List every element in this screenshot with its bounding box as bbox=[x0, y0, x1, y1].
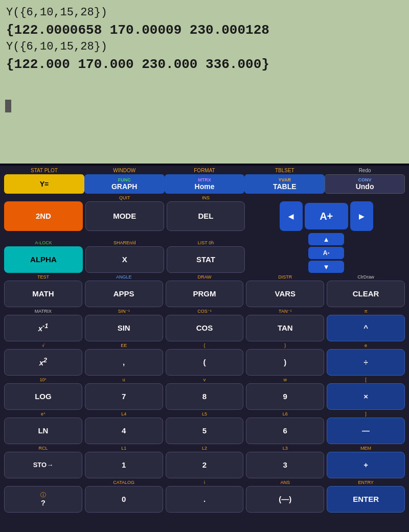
catalog-label: CATALOG bbox=[113, 480, 134, 486]
comma-wrap: EE , bbox=[85, 343, 163, 376]
mode-button[interactable]: MODE bbox=[85, 201, 164, 231]
stat-label: STAT bbox=[196, 256, 215, 264]
a-minus-button[interactable]: A- bbox=[308, 247, 344, 259]
x-button[interactable]: X bbox=[85, 246, 164, 273]
dot-button[interactable]: . bbox=[166, 486, 244, 513]
nav-down-button[interactable]: ▼ bbox=[308, 261, 344, 273]
del-button[interactable]: DEL bbox=[167, 201, 245, 231]
one-button[interactable]: 1 bbox=[85, 452, 163, 478]
test-label: TEST bbox=[37, 275, 49, 281]
display-line1: Y({6,10,15,28}) bbox=[6, 5, 403, 21]
key-row-1: 2ND QUIT MODE INS DEL ◀ bbox=[4, 196, 405, 231]
rparen-button[interactable]: ) bbox=[246, 349, 324, 376]
tan-wrap: TAN⁻¹ TAN bbox=[246, 309, 324, 341]
nav-left-button[interactable]: ◀ bbox=[280, 201, 303, 231]
ex-label: eˣ bbox=[41, 412, 46, 418]
display-line3: Y({6,10,15,28}) bbox=[6, 39, 403, 55]
func-sublabel: FUNC bbox=[118, 177, 131, 182]
comma-button[interactable]: , bbox=[85, 349, 163, 376]
sub-label: — bbox=[362, 427, 370, 435]
xinv-label: x-1 bbox=[38, 323, 48, 333]
sub-button[interactable]: — bbox=[327, 418, 405, 444]
ln-button[interactable]: LN bbox=[4, 418, 82, 444]
y-equals-button[interactable]: Y= bbox=[4, 174, 84, 194]
eight-button[interactable]: 8 bbox=[166, 383, 244, 410]
l2-label: L2 bbox=[202, 446, 207, 452]
xsq-button[interactable]: x2 bbox=[4, 349, 82, 376]
y-equals-wrap: STAT PLOT Y= bbox=[4, 168, 84, 194]
mul-button[interactable]: × bbox=[327, 383, 405, 410]
four-button[interactable]: 4 bbox=[85, 418, 163, 444]
tblset-label: TBLSET bbox=[275, 168, 294, 174]
tan-label: TAN bbox=[278, 324, 293, 333]
lparen-label: ( bbox=[203, 358, 206, 367]
prgm-wrap: DRAW PRGM bbox=[166, 275, 244, 307]
seven-label: 7 bbox=[122, 392, 126, 401]
i-label: i bbox=[204, 480, 205, 486]
nav-up-button[interactable]: ▲ bbox=[308, 233, 344, 245]
nav-mid: A- bbox=[308, 247, 344, 259]
zero-button[interactable]: 0 bbox=[85, 486, 163, 513]
one-wrap: L1 1 bbox=[85, 446, 163, 478]
eight-wrap: v 8 bbox=[166, 378, 244, 410]
window-label: WINDOW bbox=[113, 168, 135, 174]
div-button[interactable]: ÷ bbox=[327, 349, 405, 376]
list-label: LIST 0h bbox=[198, 241, 214, 246]
clear-wrap: ClrDraw CLEAR bbox=[327, 275, 405, 307]
help-button[interactable]: ⓘ ? bbox=[4, 486, 82, 513]
nine-label: 9 bbox=[283, 392, 287, 401]
nav-right-button[interactable]: ▶ bbox=[350, 201, 373, 231]
clear-button[interactable]: CLEAR bbox=[327, 281, 405, 307]
add-button[interactable]: + bbox=[327, 452, 405, 478]
vars-button[interactable]: VARS bbox=[246, 281, 324, 307]
cos-wrap: COS⁻¹ COS bbox=[166, 309, 244, 341]
del-wrap: INS DEL bbox=[167, 196, 245, 231]
seven-button[interactable]: 7 bbox=[85, 383, 163, 410]
graph-button[interactable]: FUNC GRAPH bbox=[84, 174, 165, 194]
sin-inv-label: SIN⁻¹ bbox=[118, 309, 130, 315]
three-label: 3 bbox=[283, 461, 287, 470]
sin-button[interactable]: SIN bbox=[85, 315, 163, 341]
home-button[interactable]: MTRX Home bbox=[165, 174, 245, 194]
a-plus-button[interactable]: A+ bbox=[305, 203, 348, 229]
tan-button[interactable]: TAN bbox=[246, 315, 324, 341]
two-button[interactable]: 2 bbox=[166, 452, 244, 478]
log-button[interactable]: LOG bbox=[4, 383, 82, 410]
prgm-button[interactable]: PRGM bbox=[166, 281, 244, 307]
power-button[interactable]: ^ bbox=[327, 315, 405, 341]
nav-updown-cluster: ▲ A- ▼ bbox=[247, 233, 405, 273]
xinv-button[interactable]: x-1 bbox=[4, 315, 82, 341]
add-wrap: MEM + bbox=[327, 446, 405, 478]
distr-label: DISTR bbox=[278, 275, 292, 281]
neg-label: (—) bbox=[279, 495, 291, 504]
nav-cluster: ◀ A+ ▶ bbox=[247, 201, 405, 231]
undo-button[interactable]: CONV Undo bbox=[325, 174, 405, 194]
five-button[interactable]: 5 bbox=[166, 418, 244, 444]
table-button[interactable]: YVAR TABLE bbox=[244, 174, 325, 194]
lparen-button[interactable]: ( bbox=[166, 349, 244, 376]
six-button[interactable]: 6 bbox=[246, 418, 324, 444]
mode-wrap: QUIT MODE bbox=[85, 196, 164, 231]
log-wrap: 10ˣ LOG bbox=[4, 378, 82, 410]
math-button[interactable]: MATH bbox=[4, 281, 82, 307]
five-label: 5 bbox=[202, 427, 207, 435]
angle-label: ANGLE bbox=[116, 275, 132, 281]
sto-button[interactable]: STO→ bbox=[4, 452, 82, 478]
xinv-wrap: MATRIX x-1 bbox=[4, 309, 82, 341]
neg-button[interactable]: (—) bbox=[246, 486, 324, 513]
seven-wrap: u 7 bbox=[85, 378, 163, 410]
enter-button[interactable]: ENTER bbox=[327, 486, 405, 513]
home-wrap: FORMAT MTRX Home bbox=[165, 168, 245, 194]
alpha-button[interactable]: ALPHA bbox=[4, 246, 83, 273]
apps-button[interactable]: APPS bbox=[85, 281, 163, 307]
eight-label: 8 bbox=[202, 392, 207, 401]
2nd-button[interactable]: 2ND bbox=[4, 201, 83, 231]
display-line4: {122.000 170.000 230.000 336.000} bbox=[6, 55, 403, 74]
three-button[interactable]: 3 bbox=[246, 452, 324, 478]
cos-button[interactable]: COS bbox=[166, 315, 244, 341]
nine-button[interactable]: 9 bbox=[246, 383, 324, 410]
power-wrap: π ^ bbox=[327, 309, 405, 341]
stat-button[interactable]: STAT bbox=[167, 246, 245, 273]
math-wrap: TEST MATH bbox=[4, 275, 82, 307]
sharen-label: SHAREn/d bbox=[113, 241, 136, 246]
